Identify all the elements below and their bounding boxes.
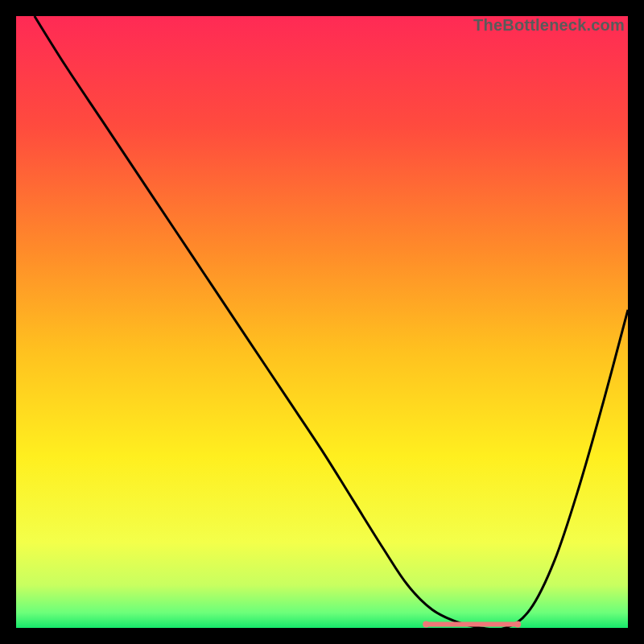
optimal-range-marker (423, 621, 521, 627)
chart-canvas (16, 16, 628, 628)
watermark-text: TheBottleneck.com (473, 16, 625, 35)
svg-point-2 (514, 621, 521, 627)
svg-point-1 (423, 621, 429, 627)
chart-frame: TheBottleneck.com (16, 16, 628, 628)
gradient-background (16, 16, 628, 628)
